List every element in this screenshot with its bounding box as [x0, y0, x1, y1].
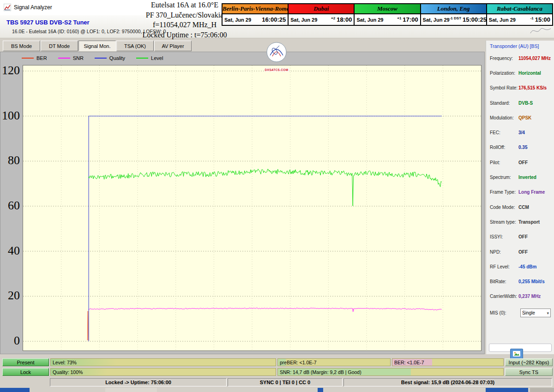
- legend-item: BER: [22, 55, 47, 61]
- clock-column: Rabat-CasablancaSat, Jun 29-115:00: [487, 4, 552, 25]
- quality-bar-text: Quality: 100%: [53, 369, 83, 375]
- transponder-row: RollOff:0.35: [486, 140, 554, 155]
- clock-column: Berlin-Paris-Vienna-RomaSat, Jun 2916:00…: [223, 4, 289, 25]
- transponder-field-value: QPSK: [518, 115, 531, 120]
- window-fragment: [486, 388, 528, 392]
- transponder-field-label: RollOff:: [490, 145, 518, 150]
- level-bar-text: Level: 73%: [53, 360, 77, 365]
- media-icon-button[interactable]: [510, 349, 523, 359]
- transponder-field-label: NPD:: [490, 249, 518, 255]
- clock-hms: 15:00: [535, 16, 550, 23]
- transponder-row: RF Level:-45 dBm: [486, 259, 554, 274]
- clock-column: London, EngSat, Jun 29-1 DST15:00:25: [421, 4, 487, 25]
- preber-bar-text: preBER: <1.0E-7: [280, 360, 317, 365]
- transponder-row: Stream type:Transport: [486, 214, 554, 229]
- legend-swatch-ber: [22, 58, 34, 59]
- clock-utc-offset: +2: [331, 16, 337, 23]
- level-bar: Level: 73%: [50, 358, 276, 366]
- transponder-row: CarrierWidth:0,237 MHz: [486, 289, 554, 304]
- transponder-row: Modulation:QPSK: [486, 110, 554, 125]
- chevron-down-icon: ▾: [547, 311, 549, 315]
- signature-mark: [529, 26, 552, 38]
- transponder-row: Code Mode:CCM: [486, 200, 554, 214]
- clock-city-label: Dubai: [289, 4, 354, 14]
- transponder-row: Frequency:11054,027 MHz: [486, 51, 554, 65]
- clock-utc-offset: -1: [530, 16, 535, 23]
- signal-monitor-panel: BERSNRQualityLevel 020406080100120: [0, 52, 485, 354]
- transponder-rows: Frequency:11054,027 MHzPolarization:Hori…: [486, 51, 554, 304]
- clock-city-label: Moscow: [355, 4, 420, 14]
- tab-tsa-ok[interactable]: TSA (OK): [116, 41, 154, 51]
- transponder-row: FEC:3/4: [486, 125, 554, 140]
- clock-column: DubaiSat, Jun 29+218:00: [289, 4, 355, 25]
- transponder-field-label: Standard:: [490, 101, 518, 106]
- clock-city-label: Rabat-Casablanca: [487, 4, 552, 14]
- y-axis-label: 0: [0, 333, 21, 348]
- clock-utc-offset: +1: [397, 16, 403, 23]
- transponder-field-label: ISSYI:: [490, 234, 518, 239]
- ber-bar-text: BER: <1.0E-7: [394, 360, 424, 365]
- transponder-field-label: Frequency:: [490, 56, 518, 61]
- window-title: Signal Analyzer: [14, 4, 52, 11]
- clock-date: Sat, Jun 29: [224, 17, 251, 23]
- clock-date: Sat, Jun 29: [423, 17, 450, 23]
- legend-swatch-snr: [58, 58, 70, 59]
- transponder-field-value: 0,255 Mbit/s: [518, 279, 545, 284]
- transponder-field-value: Horizontal: [518, 71, 541, 76]
- transponder-field-value: OFF: [518, 249, 528, 255]
- legend-item: SNR: [58, 55, 84, 61]
- mis-dropdown[interactable]: Single ▾: [520, 309, 551, 317]
- clock-time: Sat, Jun 29+117:00: [355, 14, 420, 25]
- clock-city-label: Berlin-Paris-Vienna-Roma: [223, 4, 288, 14]
- tuner-name: TBS 5927 USB DVB-S2 Tuner: [6, 19, 90, 26]
- sync-ts-indicator: Sync TS: [505, 368, 553, 376]
- transponder-field-label: Pilot:: [490, 160, 518, 165]
- transponder-field-value: OFF: [518, 160, 528, 165]
- legend-swatch-quality: [95, 58, 107, 59]
- transponder-field-value: Transport: [518, 220, 540, 225]
- chart-legend: BERSNRQualityLevel: [22, 54, 163, 62]
- series-level: [89, 169, 442, 206]
- legend-label: Quality: [109, 55, 125, 61]
- app-icon: [4, 4, 11, 11]
- window-fragment: [318, 388, 323, 392]
- dxsatcs-logo: DXSATCS.COM: [263, 42, 290, 68]
- window-fragment: [0, 388, 30, 392]
- dxsatcs-logo-text: DXSATCS.COM: [264, 68, 289, 71]
- clock-utc-offset: -1 DST: [450, 16, 463, 23]
- transponder-field-label: Spectrum:: [490, 175, 518, 180]
- transponder-field-label: Polarization:: [490, 71, 518, 76]
- transponder-field-value: -45 dBm: [518, 264, 536, 269]
- transponder-field-label: Frame Type:: [490, 190, 518, 195]
- mode-tabs: BS ModeDT ModeSignal Mon.TSA (OK)AV Play…: [3, 41, 192, 51]
- transponder-field-label: Symbol Rate:: [490, 85, 518, 90]
- transponder-field-label: CarrierWidth:: [490, 294, 518, 299]
- tab-bs-mode[interactable]: BS Mode: [3, 41, 40, 51]
- clock-time: Sat, Jun 29-115:00: [487, 14, 552, 25]
- transponder-row: ISSYI:OFF: [486, 230, 554, 244]
- tab-av-player[interactable]: AV Player: [154, 41, 192, 51]
- y-axis-label: 40: [0, 244, 21, 258]
- legend-item: Level: [136, 55, 163, 61]
- mis-label: MIS (0):: [490, 310, 518, 315]
- mis-selected-value: Single: [522, 310, 535, 315]
- picture-icon: [512, 350, 521, 357]
- annotation-line-4: Locked Uptime : t=75:06:00: [115, 30, 254, 40]
- tab-dt-mode[interactable]: DT Mode: [41, 41, 78, 51]
- tab-signal-mon[interactable]: Signal Mon.: [78, 41, 116, 51]
- clock-date: Sat, Jun 29: [356, 17, 383, 23]
- transponder-field-value: 11054,027 MHz: [518, 56, 551, 61]
- window-fragment: [105, 388, 157, 392]
- present-indicator: Present: [2, 358, 49, 366]
- input-indicator: Input (~282 Kbps): [505, 358, 553, 366]
- transponder-field-label: Code Mode:: [490, 205, 518, 210]
- series-snr: [89, 308, 442, 312]
- legend-label: Level: [151, 55, 163, 61]
- transponder-row: Standard:DVB-S: [486, 95, 554, 110]
- transponder-row: Pilot:OFF: [486, 155, 554, 170]
- error-counters-status: SYNC 0 | TEI 0 | CC 0: [228, 378, 343, 386]
- transponder-row: Symbol Rate:176,515 KS/s: [486, 81, 554, 95]
- transponder-panel-title: Transponder (AU) [BS]: [486, 41, 554, 49]
- clock-date: Sat, Jun 29: [290, 17, 317, 23]
- transponder-field-label: FEC:: [490, 130, 518, 135]
